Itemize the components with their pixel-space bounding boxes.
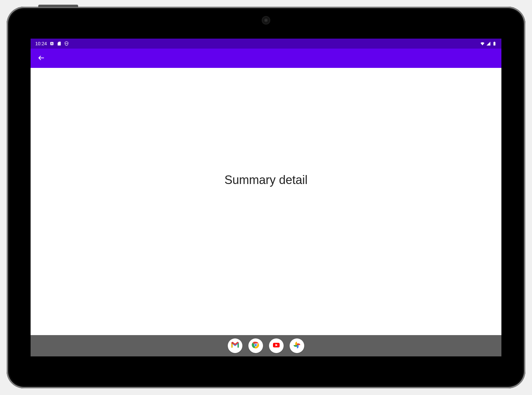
content-area: Summary detail (31, 68, 501, 335)
wifi-icon (480, 41, 485, 46)
status-time: 10:24 (35, 41, 47, 46)
back-arrow-icon (38, 54, 45, 63)
status-right (480, 41, 497, 46)
auto-rotate-icon: A (50, 41, 54, 46)
power-button[interactable] (38, 5, 78, 7)
svg-text:A: A (51, 42, 53, 45)
front-camera (263, 17, 269, 23)
tablet-device-frame: 10:24 A (7, 7, 525, 388)
back-button[interactable] (35, 52, 48, 65)
chrome-icon (251, 340, 261, 351)
page-title: Summary detail (224, 173, 308, 187)
taskbar (31, 335, 501, 356)
sd-card-icon (57, 41, 62, 46)
shield-icon (64, 41, 69, 46)
taskbar-app-chrome[interactable] (248, 338, 263, 353)
app-bar (31, 49, 501, 68)
photos-icon (292, 340, 302, 351)
status-bar: 10:24 A (31, 39, 501, 49)
screen: 10:24 A (31, 39, 501, 356)
cell-signal-icon (486, 41, 491, 46)
taskbar-app-youtube[interactable] (269, 338, 284, 353)
battery-icon (492, 41, 497, 46)
taskbar-app-photos[interactable] (290, 338, 304, 353)
gmail-icon (230, 340, 240, 351)
taskbar-app-gmail[interactable] (228, 338, 242, 353)
youtube-icon (271, 340, 281, 351)
status-left: 10:24 A (35, 41, 69, 46)
